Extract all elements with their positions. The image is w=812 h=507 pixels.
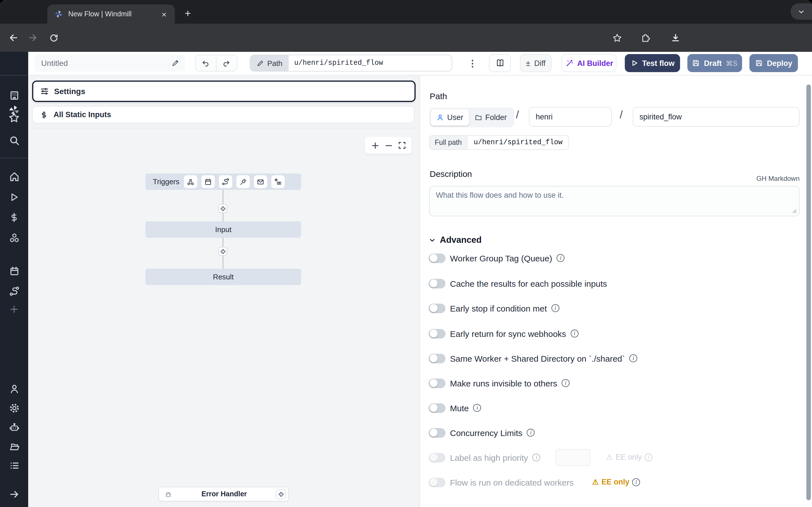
redo-button[interactable] bbox=[216, 55, 237, 71]
sidebar-item-variables[interactable] bbox=[0, 209, 28, 226]
panel-scrollbar[interactable] bbox=[806, 84, 811, 500]
bookmark-button[interactable] bbox=[610, 31, 624, 45]
tab-close-icon[interactable]: × bbox=[159, 9, 169, 19]
browser-tab[interactable]: New Flow | Windmill × bbox=[47, 4, 175, 24]
resize-grip-icon[interactable] bbox=[791, 208, 797, 214]
add-step-button[interactable] bbox=[218, 247, 227, 256]
calendar-icon bbox=[204, 178, 212, 186]
add-step-button[interactable] bbox=[218, 204, 227, 213]
toggle-switch[interactable] bbox=[428, 453, 446, 462]
path-owner-input[interactable] bbox=[529, 107, 612, 127]
sidebar-item-logs[interactable] bbox=[0, 457, 28, 474]
tab-overflow-button[interactable] bbox=[791, 3, 812, 20]
info-icon[interactable]: i bbox=[473, 404, 481, 412]
toggle-switch[interactable] bbox=[428, 477, 446, 487]
app-sidebar bbox=[0, 52, 28, 507]
zoom-out-icon[interactable] bbox=[384, 141, 393, 150]
sidebar-item-favorites[interactable] bbox=[0, 109, 28, 126]
static-inputs-card[interactable]: All Static Inputs bbox=[32, 106, 414, 123]
diff-button[interactable]: ± Diff bbox=[520, 54, 552, 72]
back-button[interactable] bbox=[6, 31, 21, 45]
toggle-switch[interactable] bbox=[428, 253, 446, 263]
sidebar-expand-button[interactable] bbox=[0, 486, 28, 503]
fit-view-icon[interactable] bbox=[398, 142, 406, 149]
full-path-label: Full path bbox=[430, 136, 467, 149]
path-heading: Path bbox=[430, 91, 447, 101]
email-trigger-button[interactable] bbox=[254, 175, 267, 188]
info-icon[interactable]: i bbox=[629, 354, 638, 362]
sidebar-item-settings[interactable] bbox=[0, 399, 28, 416]
input-node[interactable]: Input bbox=[146, 221, 301, 238]
zoom-in-icon[interactable] bbox=[371, 141, 379, 150]
sidebar-item-folders[interactable] bbox=[0, 438, 28, 455]
add-error-handler-button[interactable] bbox=[276, 489, 286, 499]
toggle-switch[interactable] bbox=[428, 353, 446, 363]
forward-button[interactable] bbox=[26, 31, 40, 45]
book-icon bbox=[495, 59, 504, 68]
info-icon[interactable]: i bbox=[532, 453, 541, 461]
path-name-input[interactable] bbox=[633, 107, 800, 127]
sidebar-item-add[interactable] bbox=[0, 301, 28, 318]
schedule-trigger-button[interactable] bbox=[201, 175, 215, 188]
sidebar-item-home[interactable] bbox=[0, 168, 28, 185]
downloads-button[interactable] bbox=[668, 31, 683, 45]
webhook-trigger-button[interactable] bbox=[184, 175, 197, 188]
info-icon[interactable]: i bbox=[645, 453, 652, 461]
toggle-switch[interactable] bbox=[428, 329, 446, 338]
sidebar-item-workers[interactable] bbox=[0, 418, 28, 436]
sidebar-item-resources[interactable] bbox=[0, 229, 28, 246]
pencil-icon bbox=[171, 59, 179, 67]
toggle-switch[interactable] bbox=[428, 378, 446, 388]
markdown-hint: GH Markdown bbox=[756, 175, 800, 182]
owner-kind-folder[interactable]: Folder bbox=[469, 109, 513, 126]
pencil-icon bbox=[257, 59, 264, 67]
user-icon bbox=[437, 114, 444, 121]
plug-icon bbox=[239, 178, 247, 186]
toggle-switch[interactable] bbox=[428, 428, 446, 438]
docs-button[interactable] bbox=[489, 54, 511, 72]
info-icon[interactable]: i bbox=[557, 254, 564, 262]
path-field-group[interactable]: Path u/henri/spirited_flow bbox=[250, 55, 452, 71]
save-draft-button[interactable]: Draft ⌘S bbox=[688, 54, 742, 72]
more-options-button[interactable]: ⋮ bbox=[466, 55, 479, 71]
new-tab-button[interactable]: + bbox=[181, 6, 195, 21]
advanced-section-header[interactable]: Advanced bbox=[428, 235, 481, 245]
sidebar-item-workspace[interactable] bbox=[0, 87, 28, 104]
sidebar-item-user[interactable] bbox=[0, 380, 28, 397]
path-field-value[interactable]: u/henri/spirited_flow bbox=[289, 55, 452, 71]
undo-button[interactable] bbox=[196, 55, 216, 71]
description-textarea[interactable] bbox=[429, 186, 800, 216]
result-node[interactable]: Result bbox=[146, 269, 301, 285]
toggle-switch[interactable] bbox=[428, 303, 446, 313]
info-icon[interactable]: i bbox=[632, 478, 640, 486]
plus-outline-icon bbox=[220, 248, 226, 255]
flow-name-field[interactable]: Untitled bbox=[35, 55, 185, 71]
extensions-button[interactable] bbox=[638, 31, 652, 45]
sidebar-item-search[interactable] bbox=[0, 132, 28, 149]
info-icon[interactable]: i bbox=[571, 330, 578, 337]
deploy-button[interactable]: Deploy bbox=[749, 54, 798, 72]
sidebar-item-flows[interactable] bbox=[0, 283, 28, 300]
triggers-node[interactable]: Triggers bbox=[146, 173, 301, 190]
route-trigger-button[interactable] bbox=[219, 175, 232, 188]
reload-button[interactable] bbox=[46, 31, 61, 45]
test-flow-button[interactable]: Test flow bbox=[625, 54, 680, 72]
ai-builder-button[interactable]: AI Builder bbox=[562, 54, 616, 72]
sidebar-item-schedules[interactable] bbox=[0, 263, 28, 279]
folder-icon bbox=[474, 114, 482, 121]
websocket-trigger-button[interactable] bbox=[236, 175, 250, 188]
error-handler-node[interactable]: Error Handler bbox=[158, 487, 289, 501]
back-icon bbox=[8, 33, 18, 43]
priority-value-input[interactable] bbox=[555, 449, 591, 466]
info-icon[interactable]: i bbox=[527, 429, 535, 437]
sidebar-item-runs[interactable] bbox=[0, 189, 28, 206]
toggle-switch[interactable] bbox=[428, 403, 446, 413]
owner-kind-user[interactable]: User bbox=[431, 109, 469, 126]
info-icon[interactable]: i bbox=[552, 304, 559, 312]
flow-canvas[interactable]: Settings All Static Inputs Triggers bbox=[28, 75, 419, 507]
info-icon[interactable]: i bbox=[562, 379, 569, 387]
poll-trigger-button[interactable] bbox=[271, 175, 285, 188]
toggle-switch[interactable] bbox=[428, 279, 446, 288]
toggle-row-dedicated-workers: Flow is run on dedicated workers bbox=[428, 476, 574, 488]
flow-settings-card[interactable]: Settings bbox=[32, 80, 416, 102]
